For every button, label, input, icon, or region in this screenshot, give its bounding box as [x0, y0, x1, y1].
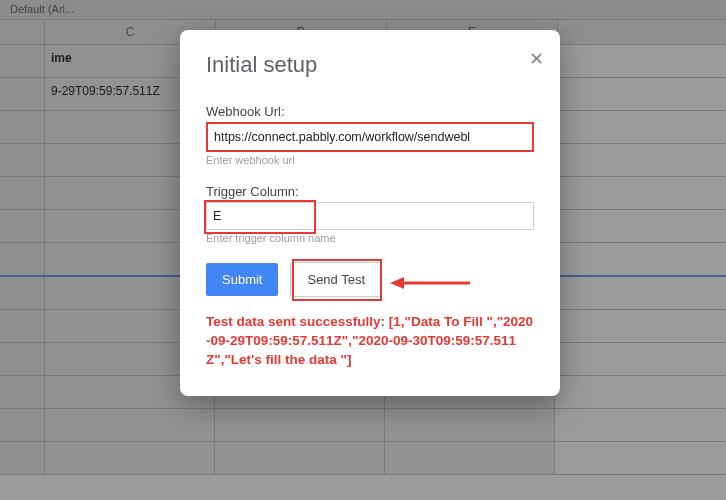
- send-test-button[interactable]: Send Test: [290, 262, 382, 297]
- svg-marker-1: [390, 277, 404, 289]
- button-row: Submit Send Test: [206, 262, 534, 297]
- webhook-url-input[interactable]: [206, 122, 534, 152]
- webhook-url-label: Webhook Url:: [206, 104, 534, 119]
- trigger-column-input[interactable]: [206, 202, 534, 230]
- modal-title: Initial setup: [206, 52, 534, 78]
- trigger-column-label: Trigger Column:: [206, 184, 534, 199]
- webhook-url-helper: Enter webhook url: [206, 154, 534, 166]
- close-icon[interactable]: ✕: [529, 48, 544, 70]
- status-message: Test data sent successfully: [1,"Data To…: [206, 313, 534, 370]
- trigger-column-helper: Enter trigger column name: [206, 232, 534, 244]
- submit-button[interactable]: Submit: [206, 263, 278, 296]
- arrow-annotation-icon: [390, 276, 470, 290]
- initial-setup-modal: ✕ Initial setup Webhook Url: Enter webho…: [180, 30, 560, 396]
